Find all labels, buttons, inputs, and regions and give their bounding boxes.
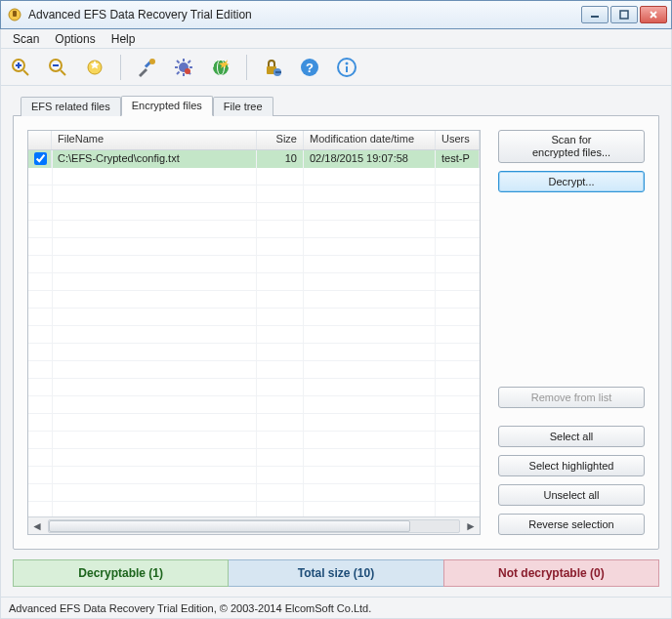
horizontal-scrollbar[interactable]: ◄ ►: [28, 516, 480, 534]
zoom-in-icon[interactable]: [7, 54, 34, 81]
tab-file-tree[interactable]: File tree: [213, 97, 273, 116]
action-sidebar: Scan for encrypted files... Decrypt... R…: [498, 130, 645, 535]
file-grid-wrapper: FileName Size Modification date/time Use…: [27, 130, 481, 535]
menu-help[interactable]: Help: [104, 29, 144, 48]
svg-line-7: [23, 70, 28, 75]
select-highlighted-button[interactable]: Select highlighted: [498, 455, 645, 476]
unselect-all-button[interactable]: Unselect all: [498, 484, 645, 506]
client-area: EFS related files Encrypted files File t…: [0, 86, 672, 598]
summary-total-size: Total size (10): [229, 559, 442, 587]
status-bar-text: Advanced EFS Data Recovery Trial Edition…: [9, 602, 371, 614]
svg-rect-3: [620, 11, 628, 19]
svg-line-24: [177, 71, 180, 74]
toolbar: ?: [0, 49, 672, 86]
menu-bar: Scan Options Help: [0, 29, 672, 49]
cell-size: 10: [257, 150, 304, 168]
svg-point-25: [185, 68, 190, 74]
svg-line-11: [61, 70, 65, 75]
tabstrip: EFS related files Encrypted files File t…: [13, 94, 659, 115]
row-checkbox[interactable]: [34, 152, 47, 165]
file-grid[interactable]: FileName Size Modification date/time Use…: [27, 130, 481, 535]
summary-decryptable: Decryptable (1): [13, 559, 229, 587]
grid-header-check[interactable]: [28, 131, 52, 149]
tools-icon[interactable]: [133, 54, 160, 81]
toolbar-separator: [246, 55, 247, 80]
tab-panel: FileName Size Modification date/time Use…: [13, 115, 659, 550]
tab-efs-related-files[interactable]: EFS related files: [21, 97, 121, 116]
svg-rect-35: [346, 66, 348, 72]
cell-filename: C:\EFS-Crypted\config.txt: [52, 150, 257, 168]
svg-point-15: [149, 59, 155, 64]
globe-icon[interactable]: [207, 54, 234, 81]
svg-point-34: [346, 62, 349, 64]
toolbar-separator: [120, 55, 121, 80]
wizard-icon[interactable]: [81, 54, 108, 81]
help-icon[interactable]: ?: [296, 54, 323, 81]
grid-header-size[interactable]: Size: [257, 131, 304, 149]
settings-gear-icon[interactable]: [170, 54, 197, 81]
status-bar: Advanced EFS Data Recovery Trial Edition…: [0, 598, 672, 619]
lock-key-icon[interactable]: [259, 54, 286, 81]
info-icon[interactable]: [333, 54, 360, 81]
window-title: Advanced EFS Data Recovery Trial Edition: [28, 8, 581, 21]
cell-users: test-P: [436, 150, 480, 168]
scroll-left-icon[interactable]: ◄: [28, 518, 46, 534]
grid-header-filename[interactable]: FileName: [52, 131, 257, 149]
grid-header-mtime[interactable]: Modification date/time: [304, 131, 436, 149]
table-row[interactable]: C:\EFS-Crypted\config.txt 10 02/18/2015 …: [28, 150, 480, 168]
scroll-track[interactable]: [48, 519, 460, 533]
minimize-button[interactable]: [581, 6, 609, 23]
summary-not-decryptable: Not decryptable (0): [443, 559, 659, 587]
cell-mtime: 02/18/2015 19:07:58: [304, 150, 436, 168]
titlebar: Advanced EFS Data Recovery Trial Edition: [0, 0, 672, 29]
summary-strip: Decryptable (1) Total size (10) Not decr…: [13, 559, 659, 587]
window-controls: [581, 6, 667, 23]
scroll-thumb[interactable]: [49, 520, 410, 532]
menu-scan[interactable]: Scan: [5, 29, 47, 48]
zoom-out-icon[interactable]: [44, 54, 71, 81]
tab-encrypted-files[interactable]: Encrypted files: [121, 96, 213, 116]
app-icon: [7, 7, 22, 22]
svg-line-21: [177, 61, 180, 63]
decrypt-button[interactable]: Decrypt...: [498, 171, 645, 192]
close-button[interactable]: [640, 6, 667, 23]
select-all-button[interactable]: Select all: [498, 426, 645, 447]
menu-options[interactable]: Options: [47, 29, 103, 48]
scroll-right-icon[interactable]: ►: [462, 518, 480, 534]
svg-rect-1: [13, 11, 17, 17]
grid-header-users[interactable]: Users: [436, 131, 480, 149]
maximize-button[interactable]: [610, 6, 638, 23]
grid-header: FileName Size Modification date/time Use…: [28, 131, 480, 150]
reverse-selection-button[interactable]: Reverse selection: [498, 514, 645, 535]
svg-line-23: [189, 61, 191, 63]
svg-rect-30: [275, 71, 281, 73]
remove-from-list-button[interactable]: Remove from list: [498, 387, 645, 408]
scan-button[interactable]: Scan for encrypted files...: [498, 130, 645, 163]
svg-text:?: ?: [306, 61, 314, 75]
grid-body[interactable]: C:\EFS-Crypted\config.txt 10 02/18/2015 …: [28, 150, 480, 516]
